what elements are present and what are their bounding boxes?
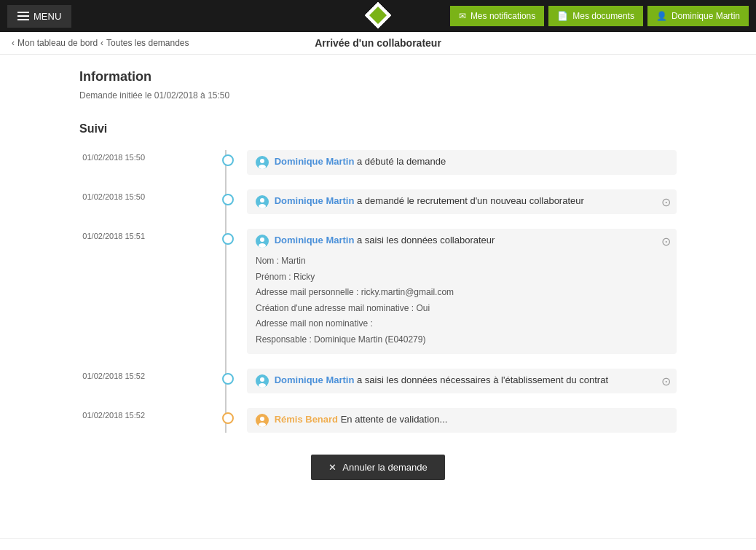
svg-point-15 — [260, 417, 264, 421]
notifications-button[interactable]: ✉ Mes notifications — [450, 6, 544, 26]
expand-button[interactable]: ⊙ — [661, 195, 671, 209]
user-icon — [256, 235, 275, 245]
timeline-details: Nom : Martin Prénom : Ricky Adresse mail… — [256, 254, 668, 348]
timeline-author: Dominique Martin — [275, 156, 355, 167]
logo-icon — [363, 1, 393, 30]
documents-label: Mes documents — [572, 11, 634, 21]
main-content: Information Demande initiée le 01/02/201… — [50, 55, 706, 524]
page-title: Arrivée d'un collaborateur — [315, 37, 441, 49]
svg-point-16 — [259, 423, 266, 427]
detail-responsable: Responsable : Dominique Martin (E040279) — [256, 332, 668, 348]
footer: Horoquartz © 2018 · Tous droits réservés… — [0, 538, 756, 550]
timeline-author: Rémis Benard — [275, 414, 338, 425]
timeline-author: Dominique Martin — [275, 374, 355, 385]
timeline-item: 01/02/2018 15:51 ⊙ Dominique Martin a sa… — [152, 229, 677, 354]
timeline-text: En attente de validation... — [341, 414, 448, 425]
suivi-title: Suivi — [79, 122, 677, 135]
cancel-label: Annuler la demande — [342, 462, 427, 473]
timeline-time: 01/02/2018 15:50 — [79, 189, 145, 201]
timeline-text: a saisi les données collaborateur — [357, 235, 495, 245]
notifications-label: Mes notifications — [470, 11, 535, 21]
cancel-button[interactable]: ✕ Annuler la demande — [311, 455, 444, 480]
timeline-time: 01/02/2018 15:50 — [79, 150, 145, 162]
menu-label: MENU — [34, 11, 61, 22]
logo — [363, 1, 393, 32]
svg-point-7 — [259, 204, 266, 208]
timeline-content: ⊙ Dominique Martin a demandé le recrutem… — [247, 189, 677, 214]
timeline-dot — [222, 233, 234, 245]
user-button[interactable]: 👤 Dominique Martin — [647, 6, 749, 26]
timeline-dot — [222, 412, 234, 424]
timeline-text: a saisi les données nécessaires à l'étab… — [357, 374, 608, 385]
timeline-item: 01/02/2018 15:52 Rémis Benard En attente… — [152, 408, 677, 433]
timeline-item: 01/02/2018 15:50 Dominique Martin a débu… — [152, 150, 677, 175]
timeline-text: a demandé le recrutement d'un nouveau co… — [357, 195, 584, 206]
timeline-content: ⊙ Dominique Martin a saisi les données n… — [247, 369, 677, 393]
user-icon-header: 👤 — [656, 11, 667, 21]
svg-point-6 — [260, 198, 264, 203]
header-left: MENU — [7, 5, 71, 28]
timeline-content: ⊙ Dominique Martin a saisi les données c… — [247, 229, 677, 354]
breadcrumb-separator-1: ‹ — [101, 38, 103, 48]
info-date: Demande initiée le 01/02/2018 à 15:50 — [79, 90, 677, 101]
timeline-content: Rémis Benard En attente de validation... — [247, 408, 677, 433]
timeline-item: 01/02/2018 15:50 ⊙ Dominique Martin a de… — [152, 189, 677, 214]
user-icon-orange — [256, 414, 275, 425]
envelope-icon: ✉ — [459, 11, 466, 21]
timeline-content: Dominique Martin a débuté la demande — [247, 150, 677, 175]
header: MENU ✉ Mes notifications 📄 Mes documents… — [0, 0, 756, 32]
timeline-dot — [222, 373, 234, 385]
svg-point-13 — [259, 383, 266, 388]
user-label: Dominique Martin — [672, 11, 740, 21]
documents-button[interactable]: 📄 Mes documents — [548, 6, 643, 26]
timeline-dot — [222, 194, 234, 205]
detail-mail-nominative: Création d'une adresse mail nominative :… — [256, 301, 668, 317]
detail-nom: Nom : Martin — [256, 254, 668, 270]
breadcrumb: ‹ Mon tableau de bord ‹ Toutes les deman… — [0, 32, 756, 55]
detail-email: Adresse mail personnelle : ricky.martin@… — [256, 285, 668, 301]
user-icon — [256, 374, 275, 385]
breadcrumb-arrow-home: ‹ — [12, 38, 15, 48]
expand-button[interactable]: ⊙ — [661, 374, 671, 388]
document-icon: 📄 — [557, 11, 568, 21]
svg-point-3 — [260, 159, 264, 163]
svg-point-4 — [259, 165, 266, 169]
user-icon — [256, 195, 275, 206]
timeline-time: 01/02/2018 15:51 — [79, 229, 145, 240]
svg-point-9 — [260, 237, 264, 242]
detail-mail-non-nominative: Adresse mail non nominative : — [256, 316, 668, 332]
svg-point-12 — [260, 377, 264, 382]
menu-button[interactable]: MENU — [7, 5, 71, 28]
breadcrumb-home[interactable]: Mon tableau de bord — [17, 38, 98, 48]
timeline-item: 01/02/2018 15:52 ⊙ Dominique Martin a sa… — [152, 369, 677, 393]
cancel-button-container: ✕ Annuler la demande — [79, 455, 677, 480]
header-actions: ✉ Mes notifications 📄 Mes documents 👤 Do… — [450, 6, 749, 26]
cancel-icon: ✕ — [328, 462, 336, 473]
breadcrumb-all-requests[interactable]: Toutes les demandes — [106, 38, 189, 48]
timeline-text: a débuté la demande — [357, 156, 446, 167]
timeline-dot — [222, 154, 234, 166]
information-title: Information — [79, 69, 677, 85]
svg-point-10 — [259, 243, 266, 248]
timeline-time: 01/02/2018 15:52 — [79, 408, 145, 420]
timeline: 01/02/2018 15:50 Dominique Martin a débu… — [79, 150, 677, 433]
user-icon — [256, 156, 275, 167]
expand-button[interactable]: ⊙ — [661, 235, 671, 248]
timeline-author: Dominique Martin — [275, 235, 355, 245]
timeline-time: 01/02/2018 15:52 — [79, 369, 145, 380]
detail-prenom: Prénom : Ricky — [256, 270, 668, 286]
timeline-author: Dominique Martin — [275, 195, 355, 206]
menu-icon — [17, 12, 29, 20]
